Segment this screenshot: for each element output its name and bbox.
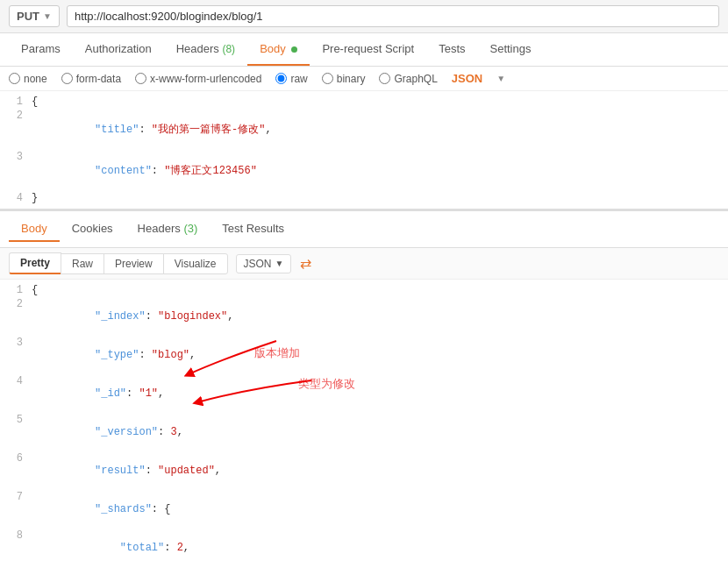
tab-params[interactable]: Params — [9, 33, 73, 66]
resp-tab-cookies[interactable]: Cookies — [60, 217, 125, 242]
body-options: none form-data x-www-form-urlencoded raw… — [0, 67, 728, 91]
resp-line-6: 6 "result": "updated", — [0, 451, 728, 490]
tab-settings[interactable]: Settings — [478, 33, 544, 66]
headers-badge: (8) — [222, 43, 235, 55]
resp-headers-badge: (3) — [183, 222, 197, 235]
json-format-label[interactable]: JSON — [452, 72, 482, 85]
req-line-4: 4 } — [0, 191, 728, 205]
wrap-icon[interactable]: ⇄ — [300, 255, 311, 272]
tab-authorization[interactable]: Authorization — [73, 33, 164, 66]
format-chevron-icon: ▼ — [275, 259, 284, 268]
format-label: JSON — [244, 258, 272, 270]
response-tab-bar: Body Cookies Headers (3) Test Results — [0, 211, 728, 248]
resp-tab-headers[interactable]: Headers (3) — [125, 217, 211, 242]
resp-line-8: 8 "total": 2, — [0, 529, 728, 567]
resp-line-4: 4 "_id": "1", — [0, 374, 728, 413]
view-toolbar: Pretty Raw Preview Visualize JSON ▼ ⇄ — [0, 248, 728, 280]
resp-line-3: 3 "_type": "blog", — [0, 336, 728, 374]
view-preview[interactable]: Preview — [103, 253, 164, 274]
option-none[interactable]: none — [9, 73, 47, 85]
req-line-1: 1 { — [0, 95, 728, 109]
request-code-editor: 1 { 2 "title": "我的第一篇博客-修改", 3 "content"… — [0, 91, 728, 211]
resp-line-5: 5 "_version": 3, — [0, 413, 728, 451]
method-select[interactable]: PUT ▼ — [9, 5, 60, 27]
req-line-3: 3 "content": "博客正文123456" — [0, 150, 728, 191]
resp-line-2: 2 "_index": "blogindex", — [0, 297, 728, 336]
resp-tab-test-results[interactable]: Test Results — [210, 217, 296, 242]
option-form-data[interactable]: form-data — [61, 73, 121, 85]
tab-tests[interactable]: Tests — [426, 33, 477, 66]
tab-pre-request[interactable]: Pre-request Script — [310, 33, 426, 66]
view-pretty[interactable]: Pretty — [9, 252, 61, 274]
tab-body[interactable]: Body — [247, 33, 310, 66]
url-bar: PUT ▼ — [0, 0, 728, 33]
top-tab-bar: Params Authorization Headers (8) Body Pr… — [0, 33, 728, 67]
body-dot — [291, 46, 297, 53]
response-code-area: 1 { 2 "_index": "blogindex", 3 "_type": … — [0, 280, 728, 568]
view-visualize[interactable]: Visualize — [163, 253, 228, 274]
resp-line-7: 7 "_shards": { — [0, 490, 728, 529]
resp-tab-body[interactable]: Body — [9, 217, 60, 242]
format-select[interactable]: JSON ▼ — [236, 254, 292, 273]
url-input[interactable] — [67, 5, 719, 27]
option-urlencoded[interactable]: x-www-form-urlencoded — [135, 73, 261, 85]
option-binary[interactable]: binary — [322, 73, 366, 85]
json-dropdown-arrow[interactable]: ▼ — [496, 74, 505, 83]
chevron-down-icon: ▼ — [43, 11, 52, 21]
req-line-2: 2 "title": "我的第一篇博客-修改", — [0, 109, 728, 150]
tab-headers[interactable]: Headers (8) — [164, 33, 247, 66]
option-graphql[interactable]: GraphQL — [379, 73, 437, 85]
option-raw[interactable]: raw — [275, 73, 307, 85]
resp-line-1: 1 { — [0, 283, 728, 297]
view-raw[interactable]: Raw — [61, 253, 104, 274]
method-label: PUT — [17, 10, 39, 23]
